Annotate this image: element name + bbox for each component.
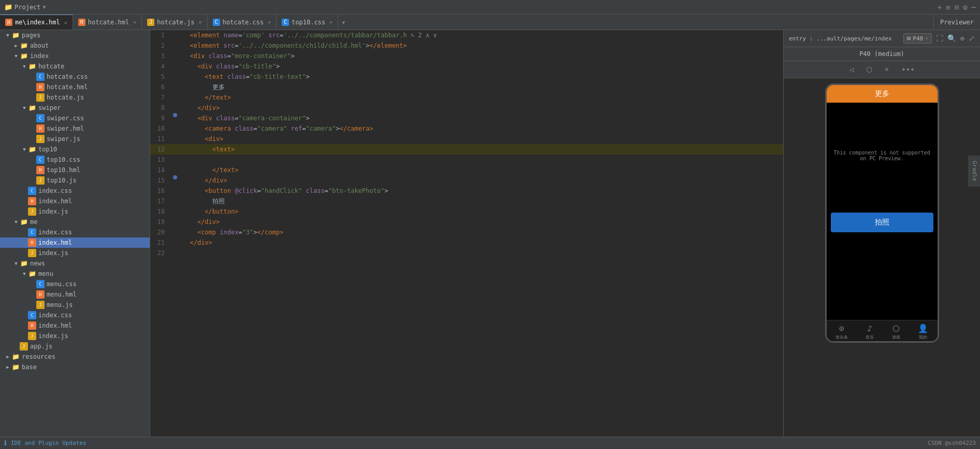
sidebar-item-pages[interactable]: 📁 pages [0,30,150,40]
zoom-in-icon[interactable]: ⊕ [960,34,964,43]
sidebar-item-base[interactable]: 📁 base [0,362,150,372]
line-num-11: 11 [150,134,170,144]
sidebar-item-me-css[interactable]: C index.css [0,227,150,237]
sidebar-item-resources[interactable]: 📁 resources [0,352,150,362]
sidebar-item-swiper-dir[interactable]: 📁 swiper [0,103,150,113]
pages-folder-icon: 📁 [11,31,20,39]
sidebar-item-news-dir[interactable]: 📁 news [0,258,150,269]
sidebar-item-index-js[interactable]: J index.js [0,206,150,217]
tab-close-top10-css[interactable]: ✕ [329,19,333,25]
news-css-icon: C [28,311,36,319]
sidebar-item-index-css[interactable]: C index.css [0,186,150,196]
code-line-5: 5 <text class="cb-title-text"> [150,72,783,82]
sidebar-item-menu-js[interactable]: J menu.js [0,300,150,310]
gradle-tab[interactable]: Gradle [969,156,980,187]
minimize-icon[interactable]: ─ [972,3,976,11]
phone-game-icon: ⬡ [892,324,900,333]
expand-icon[interactable]: ⛶ [936,34,943,43]
more-options-button[interactable]: ••• [899,64,916,75]
sidebar-item-hotcate-js[interactable]: J hotcate.js [0,92,150,103]
line-num-12: 12 [150,144,170,155]
phone-camera-area: This component is not supported on PC Pr… [827,103,938,208]
sidebar-item-about[interactable]: 📁 about [0,40,150,51]
sidebar-item-news-hml[interactable]: H index.hml [0,320,150,331]
sidebar-item-menu-dir[interactable]: 📁 menu [0,269,150,279]
sidebar-item-swiper-css[interactable]: C swiper.css [0,113,150,123]
sidebar-item-swiper-js[interactable]: J swiper.js [0,134,150,144]
index-hml-icon: H [28,197,36,205]
tab-icon-hotcate-js: J [147,19,154,26]
sidebar-item-swiper-hml[interactable]: H swiper.hml [0,123,150,134]
sidebar-item-news-css[interactable]: C index.css [0,310,150,320]
sidebar-item-menu-hml[interactable]: H menu.hml [0,289,150,300]
tab-me-index-html[interactable]: H me\index.hml ✕ [0,15,73,30]
code-line-8: 8 </div> [150,103,783,113]
tab-close-hotcate-css[interactable]: ✕ [268,19,271,25]
rotate-button[interactable]: ⬡ [864,64,874,75]
phone-tab-game[interactable]: ⬡ 游戏 [892,324,900,340]
preview-device-select[interactable]: ⊞ P40 ▾ [903,33,932,44]
tab-hotcate-html[interactable]: H hotcate.hml ✕ [73,15,142,30]
sidebar-item-news-js[interactable]: J index.js [0,331,150,341]
sidebar-item-hotcate-css[interactable]: C hotcate.css [0,72,150,82]
phone-photo-button[interactable]: 拍照 [831,213,933,232]
layout-icon[interactable]: ≡ [946,3,950,11]
tab-close-me-index[interactable]: ✕ [64,20,67,25]
fullscreen-icon[interactable]: ⤢ [969,34,975,43]
phone-me-icon: 👤 [918,324,928,333]
phone-photo-label: 拍照 [875,218,889,226]
sidebar-item-top10-hml[interactable]: H top10.hml [0,165,150,175]
project-label[interactable]: Project [15,4,41,11]
phone-home-icon: ⊙ [839,324,844,333]
me-css-label: index.css [38,229,72,236]
resources-label: resources [22,353,55,360]
tab-top10-css[interactable]: C top10.css ✕ [277,15,338,30]
zoom-out-icon[interactable]: 🔍 [947,34,956,43]
sidebar-item-index-dir[interactable]: 📁 index [0,51,150,61]
sidebar-item-index-hml[interactable]: H index.hml [0,196,150,206]
code-editor[interactable]: 1 <element name='comp' src='../../compon… [150,30,783,437]
sidebar-item-me-js[interactable]: J index.js [0,248,150,258]
phone-tab-music[interactable]: ♪ 音乐 [866,324,874,340]
tab-hotcate-css[interactable]: C hotcate.css ✕ [208,15,277,30]
tab-bar: H me\index.hml ✕ H hotcate.hml ✕ J hotca… [0,15,980,30]
preview-header: entry : ...ault/pages/me/index ⊞ P40 ▾ ⛶… [784,30,980,47]
gutter-15 [170,175,180,179]
sidebar-item-me-dir[interactable]: 📁 me [0,217,150,227]
tab-more-button[interactable]: ▾ [338,18,349,26]
split-icon[interactable]: ⊟ [955,3,959,11]
sidebar-item-app-js[interactable]: J app.js [0,341,150,352]
tab-close-hotcate-js[interactable]: ✕ [199,19,202,25]
line-content-15: </div> [180,175,783,186]
about-arrow [12,43,20,48]
sidebar-item-top10-css[interactable]: C top10.css [0,155,150,165]
sidebar-item-top10-js[interactable]: J top10.js [0,175,150,186]
tab-close-hotcate-html[interactable]: ✕ [133,19,136,25]
base-icon: 📁 [11,363,20,371]
swiper-hml-icon: H [36,124,45,133]
menu-hml-label: menu.hml [47,291,77,298]
phone-tab-me[interactable]: 👤 我的 [918,324,928,340]
back-button[interactable]: ◁ [847,64,855,75]
device-name-label: P40 (medium) [859,50,904,58]
sidebar-item-hotcate-hml[interactable]: H hotcate.hml [0,82,150,92]
pages-label: pages [22,32,40,39]
menu-dir-label: menu [38,270,53,277]
news-dir-icon: 📁 [20,259,28,268]
settings-icon[interactable]: ⚙ [963,3,967,11]
ide-update-label[interactable]: IDE and Plugin Updates [11,440,87,446]
previewer-tab[interactable]: Previewer [933,15,980,30]
phone-tab-home[interactable]: ⊙ 首头条 [835,324,848,340]
sidebar-item-hotcate-dir[interactable]: 📁 hotcate [0,61,150,72]
sidebar-item-menu-css[interactable]: C menu.css [0,279,150,289]
hotcate-css-icon: C [36,73,45,81]
brightness-button[interactable]: ☀ [883,64,891,75]
tab-hotcate-js[interactable]: J hotcate.js ✕ [142,15,207,30]
sidebar-item-top10-dir[interactable]: 📁 top10 [0,144,150,155]
project-chevron[interactable]: ▼ [43,4,46,10]
line-num-1: 1 [150,30,170,40]
sidebar-item-me-hml[interactable]: H index.hml [0,237,150,248]
news-js-icon: J [28,332,36,340]
add-icon[interactable]: + [938,3,942,11]
phone-unsupported-text: This component is not supported on PC Pr… [827,145,938,166]
